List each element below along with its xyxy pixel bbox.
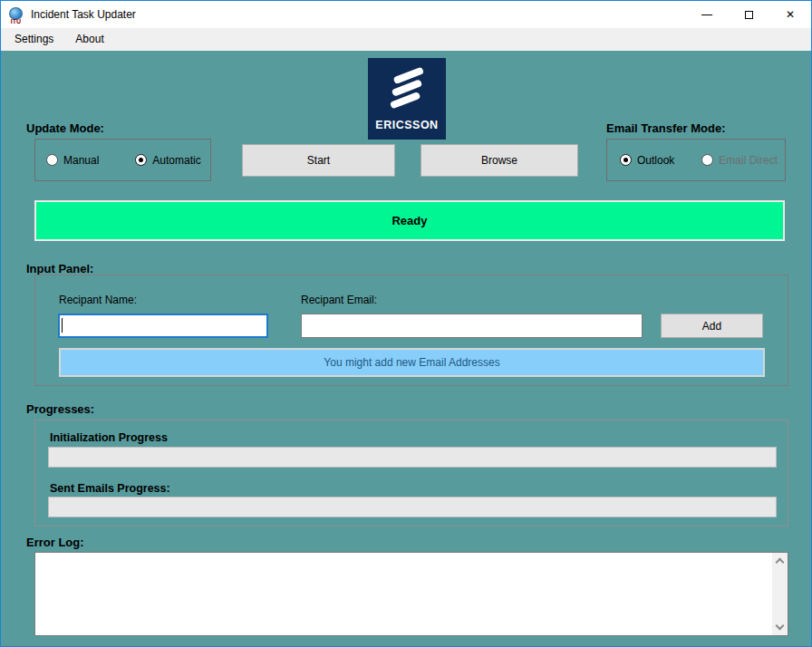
radio-outlook-circle	[620, 154, 632, 166]
add-button[interactable]: Add	[661, 314, 763, 338]
menu-item-settings[interactable]: Settings	[4, 28, 64, 51]
error-log-label: Error Log:	[26, 536, 84, 549]
window-title: Incident Task Updater	[31, 8, 136, 21]
input-panel-group: Recipant Name: Recipant Email: Add You m…	[34, 275, 788, 386]
status-banner: Ready	[34, 200, 785, 241]
progresses-group: Initialization Progress Sent Emails Prog…	[34, 420, 788, 526]
error-log-scrollbar[interactable]	[772, 553, 788, 635]
sent-emails-progress-bar	[48, 497, 777, 517]
input-panel-label: Input Panel:	[26, 262, 93, 275]
radio-automatic-circle	[135, 154, 147, 166]
close-button[interactable]: ✕	[769, 1, 811, 28]
text-caret	[62, 318, 63, 333]
email-transfer-mode-group: Outlook Email Direct	[606, 139, 786, 181]
status-text: Ready	[392, 214, 427, 227]
menu-item-about[interactable]: About	[64, 28, 114, 51]
progresses-label: Progresses:	[26, 402, 94, 416]
app-icon-label: ITU	[8, 18, 24, 24]
radio-outlook[interactable]: Outlook	[620, 154, 674, 167]
ericsson-brand-text: ERICSSON	[368, 119, 446, 131]
radio-email-direct-circle	[701, 154, 713, 166]
maximize-icon	[745, 11, 753, 19]
radio-manual-label: Manual	[63, 154, 99, 167]
radio-manual-circle	[46, 154, 58, 166]
close-icon: ✕	[786, 8, 795, 21]
radio-email-direct-label: Email Direct	[719, 154, 778, 167]
error-log-textarea[interactable]	[35, 553, 772, 635]
initialization-progress-label: Initialization Progress	[50, 431, 168, 444]
start-button[interactable]: Start	[242, 144, 395, 177]
update-mode-group: Manual Automatic	[34, 139, 211, 181]
sent-emails-progress-label: Sent Emails Progress:	[50, 482, 170, 495]
minimize-button[interactable]: —	[686, 1, 728, 28]
ericsson-logo: ERICSSON	[368, 58, 446, 140]
hint-banner: You might add new Email Addresses	[59, 348, 765, 377]
initialization-progress-bar	[48, 447, 777, 468]
browse-button[interactable]: Browse	[420, 144, 578, 177]
recipient-name-label: Recipant Name:	[59, 294, 137, 306]
maximize-button[interactable]	[728, 1, 769, 28]
hint-text: You might add new Email Addresses	[324, 356, 499, 369]
window-controls: — ✕	[686, 1, 811, 28]
app-window: ITU Incident Task Updater — ✕ Settings A…	[0, 0, 812, 647]
radio-automatic[interactable]: Automatic	[135, 154, 200, 167]
chevron-down-icon	[776, 622, 785, 631]
ericsson-slashes-icon	[368, 68, 446, 108]
app-icon[interactable]: ITU	[8, 7, 24, 23]
recipient-email-input[interactable]	[301, 314, 643, 338]
titlebar: ITU Incident Task Updater — ✕	[1, 1, 811, 28]
recipient-name-input[interactable]	[58, 314, 268, 338]
menubar: Settings About	[1, 28, 811, 51]
radio-outlook-label: Outlook	[637, 154, 674, 167]
chevron-up-icon	[776, 558, 785, 567]
radio-manual[interactable]: Manual	[46, 154, 99, 167]
minimize-icon: —	[701, 8, 712, 21]
scroll-down-button[interactable]	[772, 620, 788, 635]
radio-email-direct: Email Direct	[701, 154, 778, 167]
email-transfer-mode-label: Email Transfer Mode:	[606, 121, 725, 135]
recipient-email-label: Recipant Email:	[301, 294, 377, 306]
error-log-box	[34, 552, 788, 636]
radio-automatic-label: Automatic	[152, 154, 200, 167]
scroll-up-button[interactable]	[772, 553, 788, 568]
update-mode-label: Update Mode:	[26, 121, 104, 135]
